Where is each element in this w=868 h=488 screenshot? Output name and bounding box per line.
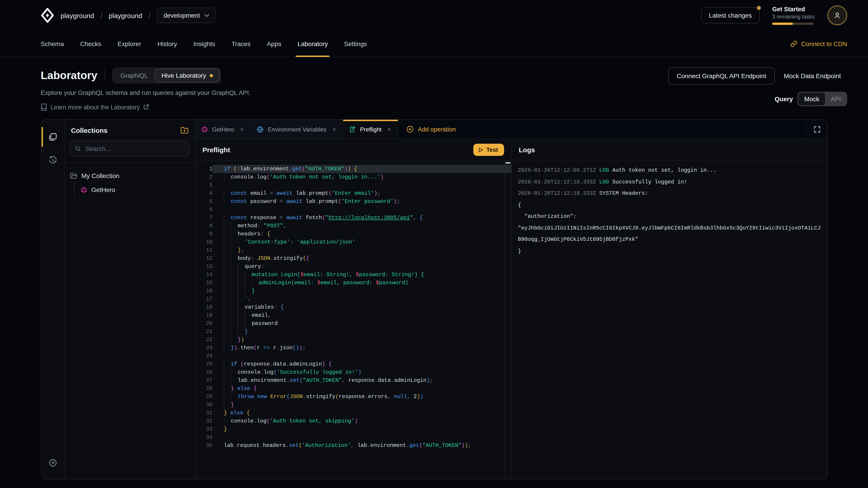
tab-gethero[interactable]: GetHero× (195, 120, 251, 139)
mock-data-endpoint-button[interactable]: Mock Data Endpoint (778, 68, 847, 84)
nav-tab-explorer[interactable]: Explorer (118, 31, 141, 57)
code-line[interactable]: 2console.log('Auth token not set, loggin… (195, 173, 511, 181)
breadcrumb-org[interactable]: playground (61, 11, 94, 19)
sidebar-rail (41, 120, 65, 479)
code-line[interactable]: 31} else { (195, 409, 511, 417)
get-started-title: Get Started (772, 6, 815, 13)
tab-preflight[interactable]: Preflight× (343, 120, 399, 139)
code-line[interactable]: 23}).then(r => r.json()); (195, 344, 511, 352)
graphql-icon (201, 126, 208, 133)
query-toggle-api[interactable]: API (825, 93, 846, 105)
nav-tab-traces[interactable]: Traces (231, 31, 251, 57)
learn-more-link[interactable]: Learn more about the Laboratory (41, 103, 251, 111)
log-body-line: { (518, 199, 821, 211)
code-line[interactable]: 34 (195, 433, 511, 442)
top-bar-right: Latest changes Get Started 3 remaining t… (701, 5, 847, 25)
close-tab-icon[interactable]: × (386, 126, 392, 133)
log-entry: 2026-01-26T12:12:18.333Z LOG Successfull… (518, 176, 821, 188)
code-line[interactable]: 12body: JSON.stringify({ (195, 254, 511, 263)
code-line[interactable]: 14mutation Login($email: String!, $passw… (195, 271, 511, 279)
query-toggle-label: Query (775, 95, 793, 103)
connect-to-cdn-button[interactable]: Connect to CDN (790, 31, 847, 57)
code-line[interactable]: 29throw new Error(JSON.stringify(respons… (195, 393, 511, 401)
nav-tab-laboratory[interactable]: Laboratory (298, 31, 328, 57)
code-line[interactable]: 10'Content-Type': 'application/json' (195, 238, 511, 246)
code-line[interactable]: 15adminLogin(email: $email, password: $p… (195, 279, 511, 287)
code-line[interactable]: 3 (195, 181, 511, 189)
log-body-line: B90oqg_IjOmGtjP6CkiV5Jt695jBD0fjzPxk" (518, 234, 821, 246)
code-line[interactable]: 24 (195, 352, 511, 360)
rail-history-button[interactable] (41, 149, 64, 172)
mode-option-graphiql[interactable]: GraphiQL (114, 69, 155, 82)
code-line[interactable]: 7const response = await fetch("http://lo… (195, 214, 511, 222)
code-line[interactable]: 6 (195, 205, 511, 214)
connect-graphql-api-endpoint-button[interactable]: Connect GraphQL API Endpoint (668, 67, 775, 85)
user-avatar[interactable] (827, 5, 847, 25)
project-nav: SchemaChecksExplorerHistoryInsightsTrace… (0, 31, 868, 57)
code-line[interactable]: 9headers: { (195, 230, 511, 238)
nav-tab-settings[interactable]: Settings (344, 31, 367, 57)
code-line[interactable]: 16} (195, 287, 511, 295)
close-tab-icon[interactable]: × (331, 126, 337, 133)
hive-logo-icon[interactable] (41, 8, 54, 23)
preflight-editor-panel: Preflight ▷ Test 1if (!lab.environment.g… (195, 139, 511, 479)
collection-folder-my-collection[interactable]: My Collection (70, 170, 189, 182)
line-number: 12 (195, 254, 213, 263)
code-line[interactable]: 25if (response.data.adminLogin) { (195, 360, 511, 368)
log-entry: 2026-01-26T12:12:18.333Z SYSTEM Headers: (518, 188, 821, 199)
code-line[interactable]: 4const email = await lab.prompt('Enter e… (195, 189, 511, 197)
nav-tab-insights[interactable]: Insights (193, 31, 215, 57)
code-line[interactable]: 1if (!lab.environment.get("AUTH_TOKEN"))… (195, 165, 511, 173)
add-operation-button[interactable]: Add operation (398, 120, 464, 139)
editor-scrollbar-thumb[interactable] (505, 162, 510, 164)
code-line[interactable]: 13query: ` (195, 263, 511, 271)
code-editor[interactable]: 1if (!lab.environment.get("AUTH_TOKEN"))… (195, 160, 511, 479)
code-line[interactable]: 19email, (195, 311, 511, 320)
page-subtitle: Explore your GraphQL schema and run quer… (41, 89, 251, 96)
line-number: 20 (195, 320, 213, 328)
test-button[interactable]: ▷ Test (473, 143, 504, 156)
nav-tab-checks[interactable]: Checks (80, 31, 101, 57)
logs-panel: Logs 2026-01-26T12:12:09.271Z LOG Auth t… (511, 139, 827, 479)
nav-tab-schema[interactable]: Schema (41, 31, 64, 57)
nav-tab-apps[interactable]: Apps (267, 31, 281, 57)
search-input[interactable] (84, 144, 184, 153)
code-line[interactable]: 33} (195, 425, 511, 433)
code-line[interactable]: 18variables: { (195, 303, 511, 311)
code-line[interactable]: 20password (195, 320, 511, 328)
collection-operation-gethero[interactable]: GetHero (81, 184, 189, 196)
breadcrumb-project[interactable]: playground (109, 11, 142, 19)
code-line[interactable]: 11}, (195, 246, 511, 254)
rail-settings-button[interactable] (41, 451, 64, 475)
rail-collections-button[interactable] (41, 125, 64, 149)
mode-option-hive-laboratory[interactable]: Hive Laboratory (155, 69, 220, 82)
line-number: 23 (195, 344, 213, 352)
new-collection-button[interactable] (180, 127, 188, 134)
operation-tabs: GetHero×Environment Variables×Preflight×… (195, 120, 827, 139)
get-started-widget[interactable]: Get Started 3 remaining tasks (772, 6, 815, 25)
add-operation-label: Add operation (418, 126, 456, 133)
code-line[interactable]: 21} (195, 328, 511, 336)
latest-changes-button[interactable]: Latest changes (701, 7, 760, 24)
fullscreen-button[interactable] (806, 120, 827, 139)
line-number: 28 (195, 385, 213, 393)
chevron-down-icon (204, 14, 209, 17)
code-line[interactable]: 27lab.environment.set("AUTH_TOKEN", resp… (195, 377, 511, 385)
query-toggle-mock[interactable]: Mock (798, 93, 825, 105)
nav-tab-history[interactable]: History (157, 31, 177, 57)
code-line[interactable]: 30} (195, 401, 511, 409)
code-line[interactable]: 8method: "POST", (195, 222, 511, 230)
editor-scrollbar[interactable] (504, 160, 505, 479)
close-tab-icon[interactable]: × (239, 126, 245, 133)
code-line[interactable]: 5const password = await lab.prompt('Ente… (195, 197, 511, 205)
tab-environment-variables[interactable]: Environment Variables× (251, 120, 343, 139)
code-line[interactable]: 26console.log('Successfully logged in!') (195, 368, 511, 377)
code-line[interactable]: 22}) (195, 336, 511, 344)
code-line[interactable]: 32console.log('Auth token set, skipping'… (195, 417, 511, 425)
target-selector[interactable]: development (157, 8, 216, 23)
collections-icon (49, 132, 57, 141)
code-line[interactable]: 35lab.request.headers.set('Authorization… (195, 442, 511, 450)
code-line[interactable]: 17`, (195, 295, 511, 303)
line-number: 32 (195, 417, 213, 425)
code-line[interactable]: 28} else { (195, 385, 511, 393)
